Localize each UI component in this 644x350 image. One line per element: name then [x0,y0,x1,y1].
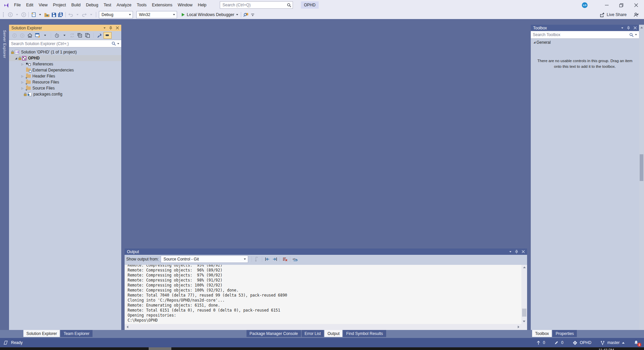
quick-search-input[interactable] [220,2,285,8]
scroll-down-arrow[interactable] [523,321,525,322]
start-debugging-button[interactable]: Local Windows Debugger [181,11,239,18]
toolbar-grip[interactable] [3,12,4,17]
pin-icon[interactable] [627,26,630,30]
tree-item-source-files[interactable]: ▷ Source Files [9,85,121,91]
solution-explorer-header[interactable]: Solution Explorer [9,25,121,31]
switch-views-button[interactable] [34,32,41,39]
window-position-icon[interactable] [104,27,106,29]
repository-button[interactable]: OPHD [573,340,592,345]
pending-changes-button[interactable]: 0 [554,340,564,345]
menu-edit[interactable]: Edit [23,0,36,10]
undo-dropdown[interactable] [74,11,81,18]
save-button[interactable] [50,11,57,18]
window-position-icon[interactable] [509,251,511,252]
navigate-back-button[interactable] [7,11,14,18]
undo-button[interactable] [67,11,74,18]
toolbox-header[interactable]: Toolbox [531,25,639,31]
tree-item-solution[interactable]: Solution 'OPHD' (1 of 1 project) [9,49,121,55]
feedback-button[interactable] [633,10,639,19]
expanded-arrow-icon[interactable]: ◢ [14,57,18,60]
close-icon[interactable] [522,250,525,253]
tab-properties[interactable]: Properties [552,330,577,337]
minimize-button[interactable] [599,0,614,10]
tree-item-project-ophd[interactable]: ◢ OPHD [9,55,121,61]
tree-item-packages-config[interactable]: packages.config [9,91,121,97]
branch-button[interactable]: master [600,340,625,345]
menu-file[interactable]: File [11,0,23,10]
server-explorer-vertical-tab[interactable]: Server Explorer [0,22,9,65]
solution-search-input[interactable] [9,40,111,47]
solution-search-box[interactable] [9,40,121,47]
tab-toolbox[interactable]: Toolbox [532,330,552,337]
vertical-scrollbar-thumb[interactable] [522,309,526,317]
solution-configuration-combo[interactable]: Debug [99,11,133,18]
new-project-button[interactable] [30,11,37,18]
menu-extensions[interactable]: Extensions [149,0,175,10]
sync-with-active-document-button[interactable] [69,32,75,39]
toolbox-scrollbar[interactable] [639,25,644,330]
switch-views-dropdown[interactable] [42,32,48,39]
attach-to-process-button[interactable] [243,11,249,18]
output-console[interactable]: Remote: Compressing objects: 95% (88/92)… [125,265,521,324]
quick-search-box[interactable] [220,1,293,9]
scroll-right-arrow[interactable] [518,326,519,328]
tab-output[interactable]: Output [324,330,342,337]
preview-selected-items-button[interactable] [104,32,112,39]
toolbox-search-box[interactable] [531,31,639,39]
menu-test[interactable]: Test [101,0,114,10]
menu-window[interactable]: Window [175,0,195,10]
open-file-button[interactable] [43,11,50,18]
se-back-button[interactable] [11,32,18,39]
menu-build[interactable]: Build [68,0,83,10]
scroll-left-arrow[interactable] [127,326,128,328]
redo-dropdown[interactable] [88,11,95,18]
tree-item-references[interactable]: ▷ References [9,61,121,67]
vertical-scrollbar[interactable] [521,265,527,324]
restore-button[interactable] [614,0,629,10]
live-share-button[interactable]: Live Share [600,10,627,19]
outgoing-commits-button[interactable]: 0 [536,340,545,345]
menu-project[interactable]: Project [50,0,69,10]
output-header[interactable]: Output [125,248,527,255]
new-project-dropdown[interactable] [37,11,43,18]
tab-team-explorer[interactable]: Team Explorer [60,330,92,337]
tab-solution-explorer[interactable]: Solution Explorer [23,330,60,337]
word-wrap-button[interactable]: ab [292,255,299,263]
tab-error-list[interactable]: Error List [302,330,324,337]
close-icon[interactable] [634,26,637,29]
toolbar-overflow-button[interactable] [249,11,256,18]
menu-view[interactable]: View [36,0,50,10]
previous-message-button[interactable] [264,255,271,263]
tree-item-header-files[interactable]: ▷ Header Files [9,73,121,79]
search-options-dropdown[interactable] [117,43,119,44]
collapsed-arrow-icon[interactable]: ▷ [21,81,24,84]
tab-package-manager-console[interactable]: Package Manager Console [247,330,301,337]
menu-tools[interactable]: Tools [134,0,149,10]
save-all-button[interactable] [57,11,64,18]
notifications-button[interactable]: 1 [634,340,639,345]
debug-target-dropdown[interactable] [236,14,238,15]
toolbox-search-input[interactable] [531,31,628,38]
collapsed-arrow-icon[interactable]: ▷ [21,75,24,78]
pin-icon[interactable] [109,26,112,30]
menu-debug[interactable]: Debug [83,0,101,10]
scrollbar-thumb[interactable] [640,154,643,181]
collapse-all-button[interactable] [76,32,83,39]
menu-analyze[interactable]: Analyze [114,0,134,10]
redo-button[interactable] [81,11,88,18]
menu-help[interactable]: Help [195,0,209,10]
scroll-up-arrow[interactable] [523,267,526,268]
window-position-icon[interactable] [621,27,623,29]
pin-icon[interactable] [515,250,518,254]
scroll-up-arrow[interactable] [640,27,643,28]
output-source-combo[interactable]: Source Control - Git [161,255,248,263]
close-icon[interactable] [116,26,119,29]
search-options-dropdown[interactable] [635,34,637,35]
home-icon[interactable] [26,32,33,39]
user-avatar[interactable]: LD [582,2,588,8]
close-button[interactable] [629,0,643,10]
collapsed-arrow-icon[interactable]: ▷ [21,87,24,90]
tab-find-symbol-results[interactable]: Find Symbol Results [343,330,386,337]
taskbar-button[interactable] [149,347,171,350]
collapsed-arrow-icon[interactable]: ▷ [21,63,24,66]
